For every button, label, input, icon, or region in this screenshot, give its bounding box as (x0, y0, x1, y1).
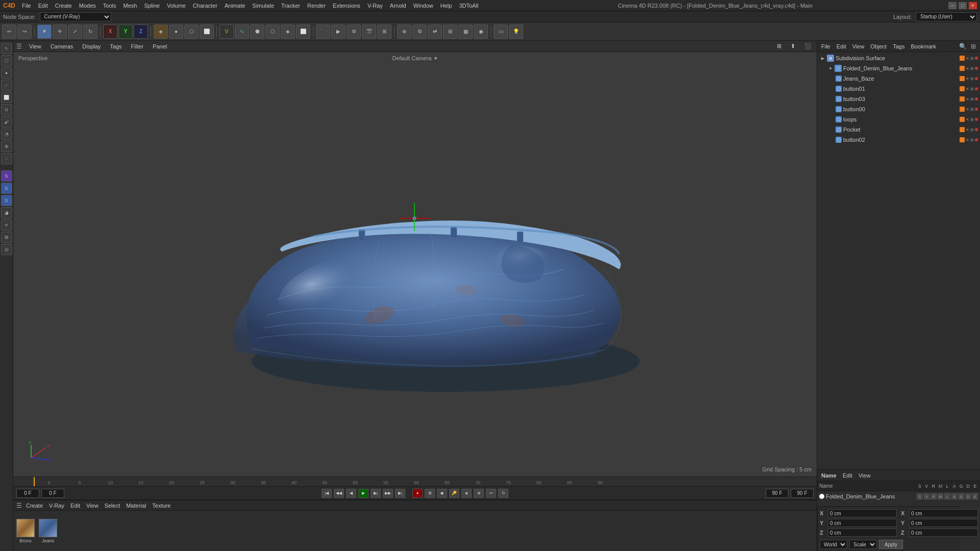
bottom-menu-view[interactable]: View (84, 502, 101, 510)
render-queue-button[interactable]: ⊞ (377, 24, 391, 39)
right-menu-bookmark[interactable]: Bookmark (909, 42, 938, 51)
apply-button[interactable]: Apply (879, 540, 903, 549)
sidebar-polygon-icon[interactable]: ⬜ (1, 92, 12, 103)
right-menu-view[interactable]: View (850, 42, 867, 51)
menu-item-extensions[interactable]: Extensions (329, 2, 364, 10)
menu-item-create[interactable]: Create (52, 2, 76, 10)
layer-l-icon[interactable]: L (944, 493, 950, 499)
prev-frame-button[interactable]: ◀ (346, 489, 356, 498)
world-dropdown[interactable]: World (820, 540, 847, 549)
fps-input[interactable] (791, 489, 814, 498)
sidebar-target-icon[interactable]: ◎ (1, 244, 12, 255)
vp-menu-tags[interactable]: Tags (108, 42, 124, 51)
scale-dropdown[interactable]: Scale (849, 540, 877, 549)
menu-item-tracker[interactable]: Tracker (278, 2, 304, 10)
bottom-menu-material[interactable]: Material (124, 502, 148, 510)
points-mode-button[interactable]: ● (169, 24, 183, 39)
menu-item-window[interactable]: Window (410, 2, 437, 10)
polygon-mode-button[interactable]: ⬜ (200, 24, 214, 39)
end-frame-input[interactable] (766, 489, 789, 498)
bottom-menu-texture[interactable]: Texture (150, 502, 173, 510)
menu-item-render[interactable]: Render (304, 2, 329, 10)
prev-key-button[interactable]: ◀◀ (334, 489, 344, 498)
layer-row-folded-denim[interactable]: Folded_Denim_Blue_Jeans S V R M L A G D … (817, 491, 980, 502)
menu-item-v-ray[interactable]: V-Ray (364, 2, 386, 10)
sidebar-brush-icon[interactable]: ◕ (1, 207, 12, 218)
vp-icon-3[interactable]: ⬛ (802, 42, 814, 51)
search-icon[interactable]: 🔍 (959, 43, 967, 50)
next-frame-button[interactable]: ▶| (371, 489, 381, 498)
z2-input[interactable] (909, 529, 978, 537)
record-options-button[interactable]: ⊞ (425, 489, 435, 498)
modeling-axis-button[interactable]: ⊞ (443, 24, 457, 39)
move-tool-button[interactable]: ✛ (53, 24, 67, 39)
right-panel-icon-1[interactable]: ⊞ (971, 43, 976, 50)
workplane-button[interactable]: ▦ (458, 24, 473, 39)
nodespace-dropdown[interactable]: Current (V-Ray) (40, 12, 111, 21)
sidebar-line-icon[interactable]: ⟋ (1, 153, 12, 164)
vp-menu-filter[interactable]: Filter (129, 42, 145, 51)
menu-item-edit[interactable]: Edit (35, 2, 52, 10)
close-button[interactable]: ✕ (969, 2, 977, 9)
menu-item-animate[interactable]: Animate (221, 2, 249, 10)
render-settings-button[interactable]: ⚙ (347, 24, 361, 39)
sidebar-sculpt-icon[interactable]: ◔ (1, 129, 12, 140)
object-mode-button[interactable]: ◈ (154, 24, 168, 39)
x-axis-button[interactable]: X (103, 24, 117, 39)
go-to-end-button[interactable]: ▶| (395, 489, 405, 498)
z-input[interactable] (828, 529, 897, 537)
tree-item-button02[interactable]: ⬡ button02 ✕ ⊞ (817, 135, 980, 145)
vp-menu-view[interactable]: View (27, 42, 43, 51)
motion3-button[interactable]: ↩ (486, 489, 496, 498)
tree-item-pocket[interactable]: ⬡ Pocket ✕ ⊞ (817, 124, 980, 135)
sidebar-paint-icon[interactable]: 🖌 (1, 116, 12, 128)
material-brons[interactable]: Brons (16, 519, 35, 543)
menu-item-spline[interactable]: Spline (140, 2, 163, 10)
menu-item-file[interactable]: File (18, 2, 35, 10)
layer-s-icon[interactable]: S (917, 493, 923, 499)
start-frame-input[interactable] (16, 489, 39, 498)
vp-menu-panel[interactable]: Panel (151, 42, 169, 51)
render-to-po-button[interactable]: 🎬 (362, 24, 376, 39)
play-button[interactable]: ▶ (358, 489, 369, 498)
tool4[interactable]: ⬡ (265, 24, 280, 39)
vp-icon-1[interactable]: ⊞ (775, 42, 783, 51)
menu-item-mesh[interactable]: Mesh (119, 2, 140, 10)
timeline[interactable]: 051015202530354045505560657075808590 (13, 477, 817, 487)
y-input[interactable] (828, 519, 897, 527)
viewport-3d[interactable]: Perspective Default Camera ✦ (13, 52, 817, 477)
vray-icon-2[interactable]: ∿ (235, 24, 249, 39)
bottom-panel-menu-icon[interactable]: ☰ (16, 502, 22, 509)
snap-settings-button[interactable]: ⚙ (412, 24, 427, 39)
right-menu-file[interactable]: File (819, 42, 832, 51)
material-jeans[interactable]: Jeans (39, 519, 57, 543)
layer-g-icon[interactable]: G (958, 493, 964, 499)
tree-item-subdivision-surface[interactable]: ▶ ⊞ Subdivision Surface ✕ ⊞ (817, 53, 980, 63)
tree-expand-arrow-1[interactable]: ▼ (828, 66, 833, 71)
bottom-menu-create[interactable]: Create (24, 502, 45, 510)
z-axis-button[interactable]: Z (134, 24, 148, 39)
current-frame-input[interactable] (41, 489, 64, 498)
record-button[interactable]: ● (412, 489, 423, 498)
motion2-button[interactable]: ⊕ (474, 489, 484, 498)
solo-button[interactable]: ◉ (474, 24, 488, 39)
edges-mode-button[interactable]: ⬡ (184, 24, 199, 39)
tree-item-button03[interactable]: ⬡ button03 ✕ ⊞ (817, 94, 980, 104)
redo-button[interactable]: ↪ (17, 24, 32, 39)
motion-button[interactable]: ◈ (461, 489, 472, 498)
layer-d-icon[interactable]: D (965, 493, 971, 499)
floor-button[interactable]: ▭ (494, 24, 508, 39)
menu-item-character[interactable]: Character (189, 2, 221, 10)
menu-item-tools[interactable]: Tools (100, 2, 120, 10)
scale-tool-button[interactable]: ⤢ (68, 24, 82, 39)
vp-menu-cameras[interactable]: Cameras (48, 42, 76, 51)
menu-item-help[interactable]: Help (437, 2, 456, 10)
render-view-button[interactable]: ▶ (331, 24, 346, 39)
sidebar-points-icon[interactable]: ● (1, 67, 12, 79)
bottom-menu-select[interactable]: Select (103, 502, 122, 510)
tree-expand-arrow-0[interactable]: ▶ (820, 56, 825, 61)
layer-e-icon[interactable]: E (972, 493, 978, 499)
sidebar-layers2-icon[interactable]: ⊞ (1, 232, 12, 243)
menu-item-simulate[interactable]: Simulate (249, 2, 278, 10)
select-tool-button[interactable]: ▼ (37, 24, 52, 39)
